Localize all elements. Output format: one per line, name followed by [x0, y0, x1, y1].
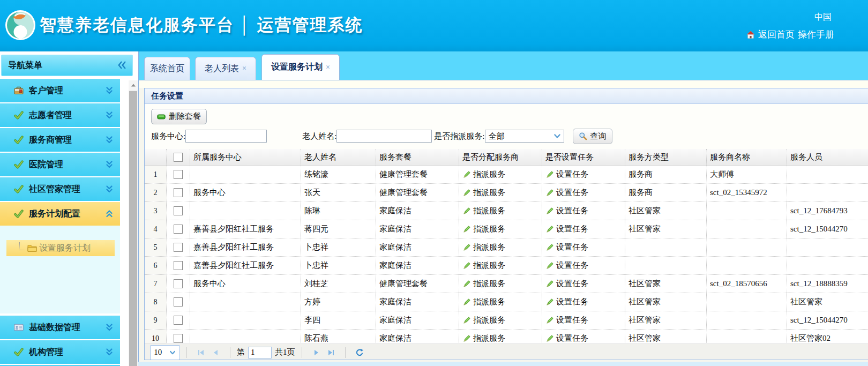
- query-button[interactable]: 查询: [573, 129, 612, 144]
- first-page-icon[interactable]: [197, 348, 205, 357]
- row-checkbox[interactable]: [174, 225, 183, 234]
- collapse-sidebar-icon[interactable]: [117, 61, 127, 70]
- close-icon[interactable]: ×: [242, 64, 246, 73]
- cell-service-center: 嘉善县夕阳红社工服务: [190, 220, 301, 238]
- next-page-icon[interactable]: [312, 348, 320, 357]
- cell-provider-name: sct_02_18570656: [707, 275, 787, 293]
- prev-page-icon[interactable]: [212, 348, 220, 357]
- set-task-link[interactable]: 设置任务: [556, 279, 588, 289]
- row-checkbox[interactable]: [174, 188, 183, 197]
- row-checkbox[interactable]: [174, 297, 183, 307]
- cell-service-center: [190, 166, 301, 183]
- page-label-suffix: 共1页: [275, 347, 295, 357]
- assign-service-link[interactable]: 指派服务: [473, 206, 505, 216]
- cell-package: 家庭保洁: [376, 311, 459, 329]
- service-center-input[interactable]: [185, 130, 267, 143]
- set-task-link[interactable]: 设置任务: [556, 297, 588, 307]
- service-center-label: 服务中心:: [151, 131, 185, 141]
- check-icon: [14, 160, 24, 169]
- elder-name-input[interactable]: [336, 130, 432, 143]
- row-checkbox[interactable]: [174, 334, 183, 343]
- col-header: 所属服务中心: [190, 149, 301, 165]
- assign-service-link[interactable]: 指派服务: [473, 224, 505, 234]
- task-settings-panel: 任务设置 删除套餐 服务中心: 老人姓名: 是否指派服务: 全部 查询: [144, 88, 868, 360]
- sidebar-item-service-plan[interactable]: 服务计划配置: [0, 202, 120, 226]
- table-row: 6 嘉善县夕阳红社工服务 卜忠祥 家庭保洁 指派服务 设置任务: [145, 257, 868, 275]
- return-home-link[interactable]: 返回首页: [758, 28, 795, 41]
- last-page-icon[interactable]: [327, 348, 335, 357]
- row-checkbox[interactable]: [174, 316, 183, 325]
- sidebar-subitem-set-service-plan[interactable]: 设置服务计划: [6, 240, 115, 256]
- assign-service-link[interactable]: 指派服务: [473, 279, 505, 289]
- row-checkbox[interactable]: [174, 170, 183, 179]
- table-row: 7 服务中心 刘桂芝 健康管理套餐 指派服务 设置任务 社区管家 sct_02_…: [145, 275, 868, 293]
- top-banner: 智慧养老信息化服务平台 │ 运营管理系统 中国 返回首页 操作手册: [0, 0, 868, 51]
- delete-package-button[interactable]: 删除套餐: [151, 109, 207, 124]
- row-checkbox[interactable]: [174, 279, 183, 288]
- page-size-select[interactable]: 10: [150, 345, 180, 360]
- assign-service-link[interactable]: 指派服务: [473, 260, 505, 271]
- tab-set-service-plan[interactable]: 设置服务计划 ×: [261, 54, 340, 80]
- row-checkbox[interactable]: [174, 261, 183, 270]
- select-all-checkbox[interactable]: [174, 153, 183, 162]
- tab-elder-list[interactable]: 老人列表 ×: [195, 57, 256, 80]
- cell-provider-type: 服务商: [625, 166, 707, 183]
- cell-provider-type: 服务商: [625, 184, 707, 201]
- sidebar-item-organization[interactable]: 机构管理: [0, 340, 120, 364]
- scrollbar-thumb[interactable]: [129, 91, 137, 366]
- table-row: 9 李四 家庭保洁 指派服务 设置任务 社区管家 sct_12_15044270: [145, 311, 868, 330]
- assign-filter-value: 全部: [489, 131, 505, 141]
- page-number-input[interactable]: [248, 347, 272, 358]
- cell-provider-name: [707, 293, 787, 311]
- sidebar-item-base-data[interactable]: 基础数据管理: [0, 316, 120, 339]
- row-number: 2: [145, 184, 167, 201]
- tab-label: 系统首页: [150, 63, 184, 74]
- refresh-icon[interactable]: [355, 348, 364, 357]
- pagination-bar: 10 第 共1页: [145, 343, 868, 360]
- set-task-link[interactable]: 设置任务: [556, 260, 588, 271]
- set-task-link[interactable]: 设置任务: [556, 315, 588, 325]
- row-checkbox[interactable]: [174, 206, 183, 215]
- assign-service-link[interactable]: 指派服务: [473, 297, 505, 307]
- assign-service-link[interactable]: 指派服务: [473, 333, 505, 343]
- set-task-link[interactable]: 设置任务: [556, 242, 588, 252]
- set-task-link[interactable]: 设置任务: [556, 188, 588, 198]
- sidebar-item-provider[interactable]: 服务商管理: [0, 128, 120, 152]
- set-task-link[interactable]: 设置任务: [556, 206, 588, 216]
- chevron-double-down-icon: [105, 348, 114, 356]
- cell-elder-name: 陈琳: [301, 202, 376, 220]
- row-checkbox[interactable]: [174, 243, 183, 252]
- cell-package: 健康管理套餐: [376, 184, 459, 201]
- pencil-icon: [545, 334, 554, 343]
- chevron-down-icon: [169, 349, 176, 356]
- cell-elder-name: 练铭濠: [301, 166, 376, 183]
- sidebar-item-community-keeper[interactable]: 社区管家管理: [0, 177, 120, 201]
- row-number: 6: [145, 257, 167, 274]
- set-task-link[interactable]: 设置任务: [556, 224, 588, 234]
- close-icon[interactable]: ×: [326, 63, 330, 72]
- main-content: 系统首页 老人列表 × 设置服务计划 × 任务设置 删除套餐 服务中心:: [138, 51, 868, 366]
- assign-service-link[interactable]: 指派服务: [473, 169, 505, 180]
- tab-system-home[interactable]: 系统首页: [144, 57, 190, 80]
- cell-provider-type: 社区管家: [625, 220, 707, 238]
- cell-package: 家庭保洁: [376, 257, 459, 274]
- sidebar-item-hospital[interactable]: 医院管理: [0, 153, 120, 176]
- sidebar-scrollbar[interactable]: [129, 80, 138, 366]
- assign-service-link[interactable]: 指派服务: [473, 242, 505, 252]
- cell-provider-name: [707, 257, 787, 274]
- assign-service-link[interactable]: 指派服务: [473, 315, 505, 325]
- assign-filter-select[interactable]: 全部: [485, 130, 564, 143]
- assign-service-link[interactable]: 指派服务: [473, 188, 505, 198]
- sidebar-item-customer[interactable]: 客户管理: [0, 79, 120, 102]
- sidebar-item-label: 服务商管理: [29, 135, 72, 146]
- sidebar-item-volunteer[interactable]: 志愿者管理: [0, 103, 120, 127]
- manual-link[interactable]: 操作手册: [798, 28, 834, 41]
- cell-package: 家庭保洁: [376, 238, 459, 256]
- set-task-link[interactable]: 设置任务: [556, 169, 588, 180]
- table-row: 2 服务中心 张天 健康管理套餐 指派服务 设置任务 服务商 sct_02_15…: [145, 184, 868, 202]
- cell-service-staff: 社区管家: [787, 293, 868, 311]
- scroll-up-icon[interactable]: [129, 80, 138, 90]
- table-row: 8 方婷 家庭保洁 指派服务 设置任务 社区管家 社区管家: [145, 293, 868, 311]
- chevron-double-down-icon: [105, 111, 114, 119]
- set-task-link[interactable]: 设置任务: [556, 333, 588, 343]
